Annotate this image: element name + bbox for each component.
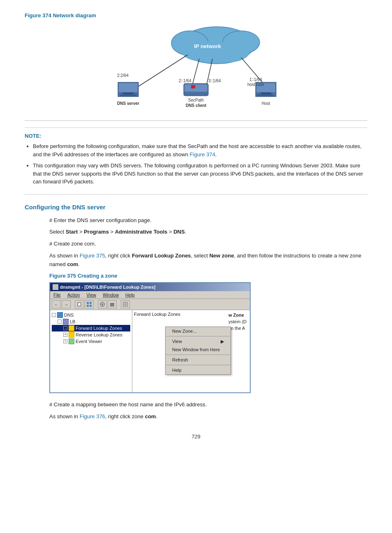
- content-post-375: # Create a mapping between the host name…: [49, 401, 367, 421]
- section-title: Configuring the DNS server: [25, 204, 367, 211]
- ctx-sep-3: [166, 365, 231, 365]
- dns-label: DNS: [64, 313, 74, 317]
- svg-rect-22: [261, 93, 271, 94]
- end-period-2: .: [156, 413, 157, 419]
- window-title: dnsmgmt - [DNS\LB\Forward Lookup Zones]: [60, 285, 155, 290]
- svg-rect-32: [87, 302, 89, 304]
- end-period: .: [78, 261, 80, 267]
- dns-toolbar: ← →: [50, 299, 250, 310]
- ctx-new-zone[interactable]: New Zone...: [166, 327, 231, 335]
- right-click-text: , right click: [105, 253, 132, 259]
- link-figure-376[interactable]: Figure 376: [80, 413, 105, 419]
- toolbar-btn2[interactable]: [85, 300, 94, 308]
- dns-body: - DNS - LB - Forward Lookup Zones + Reve…: [50, 310, 250, 392]
- svg-text:DNS client: DNS client: [186, 103, 207, 108]
- new-zone-bold: New zone: [209, 253, 234, 259]
- toolbar-btn4[interactable]: [108, 300, 117, 308]
- window-icon: [53, 284, 58, 290]
- tree-lb[interactable]: - LB: [52, 318, 130, 325]
- ctx-refresh[interactable]: Refresh: [166, 356, 231, 364]
- svg-text:3::1/64: 3::1/64: [208, 79, 221, 83]
- event-viewer-label: Event Viewer: [76, 339, 102, 344]
- expand-reverse[interactable]: +: [63, 333, 67, 337]
- figure-374-container: IP network DNS server SecPath DNS client: [25, 23, 367, 113]
- figure-374-title: Figure 374 Network diagram: [25, 12, 367, 19]
- svg-rect-12: [123, 93, 134, 94]
- svg-text:1::1/64: 1::1/64: [249, 77, 262, 82]
- menu-window[interactable]: Window: [102, 292, 120, 298]
- svg-text:2:2/64: 2:2/64: [117, 73, 129, 78]
- ctx-help[interactable]: Help: [166, 366, 231, 374]
- dns-bold: DNS: [173, 229, 184, 235]
- toolbar-btn5[interactable]: [121, 300, 130, 308]
- tree-event-viewer[interactable]: + Event Viewer: [52, 338, 130, 345]
- right-item-header: w Zone: [227, 312, 248, 318]
- tree-dns[interactable]: - DNS: [52, 312, 130, 318]
- lb-label: LB: [70, 319, 75, 324]
- menu-action[interactable]: Action: [67, 292, 81, 298]
- svg-text:SecPath: SecPath: [188, 98, 204, 102]
- event-viewer-icon: [69, 338, 74, 344]
- dns-tree-icon: [57, 312, 63, 318]
- svg-rect-38: [110, 303, 114, 304]
- expand-forward[interactable]: -: [63, 326, 67, 330]
- page-number: 729: [25, 433, 367, 440]
- toolbar-back[interactable]: ←: [52, 300, 61, 308]
- ctx-view[interactable]: View ▶: [166, 337, 231, 345]
- network-diagram: IP network DNS server SecPath DNS client: [89, 23, 303, 113]
- svg-rect-39: [110, 304, 114, 305]
- period: .: [185, 229, 187, 235]
- tree-forward-zones[interactable]: - Forward Lookup Zones: [52, 325, 130, 331]
- programs-bold: Programs: [84, 229, 109, 235]
- menu-help[interactable]: Help: [125, 292, 136, 298]
- right-item-1: ystem (D: [227, 318, 248, 325]
- toolbar-forward[interactable]: →: [62, 300, 71, 308]
- svg-rect-11: [119, 83, 138, 92]
- right-click-zone: , right click zone: [105, 413, 145, 419]
- select-text: , select: [191, 253, 210, 259]
- divider-1: [25, 121, 367, 121]
- forward-zones-bold: Forward Lookup Zones: [132, 253, 191, 259]
- toolbar-btn3[interactable]: [98, 300, 107, 308]
- tree-reverse-zones[interactable]: + Reverse Lookup Zones: [52, 331, 130, 338]
- dns-tree: - DNS - LB - Forward Lookup Zones + Reve…: [50, 310, 132, 392]
- svg-text:DNS server: DNS server: [117, 101, 139, 106]
- svg-rect-34: [87, 305, 89, 307]
- menu-file[interactable]: File: [53, 292, 62, 298]
- menu-view[interactable]: View: [85, 292, 97, 298]
- expand-event[interactable]: +: [63, 339, 67, 343]
- lb-icon: [63, 319, 69, 324]
- svg-rect-35: [90, 305, 92, 307]
- expand-lb[interactable]: -: [58, 320, 62, 324]
- note-list: Before performing the following configur…: [25, 142, 367, 186]
- note-box: NOTE: Before performing the following co…: [25, 127, 367, 195]
- toolbar-btn1[interactable]: [75, 300, 84, 308]
- link-figure-374[interactable]: Figure 374: [190, 151, 215, 158]
- svg-rect-31: [78, 303, 81, 306]
- content-para-1: # Enter the DNS server configuration pag…: [49, 216, 367, 269]
- link-figure-375[interactable]: Figure 375: [80, 253, 105, 259]
- gt1: >: [78, 229, 84, 235]
- expand-dns[interactable]: -: [52, 313, 56, 317]
- dns-titlebar: dnsmgmt - [DNS\LB\Forward Lookup Zones]: [50, 283, 250, 291]
- figure-375-title: Figure 375 Creating a zone: [49, 273, 367, 279]
- note-item-2: This configuration may vary with DNS ser…: [33, 162, 367, 186]
- svg-line-7: [192, 59, 199, 86]
- as-shown-prefix: As shown in: [49, 253, 80, 259]
- admin-bold: Administrative Tools: [115, 229, 168, 235]
- com-bold: com: [67, 261, 78, 267]
- context-menu[interactable]: New Zone... View ▶ New Window from Here …: [165, 327, 231, 375]
- svg-rect-13: [120, 94, 136, 96]
- gt3: >: [167, 229, 173, 235]
- svg-text:host.com: host.com: [247, 82, 264, 87]
- svg-rect-42: [124, 303, 127, 306]
- svg-text:2::1/64: 2::1/64: [179, 79, 191, 83]
- reverse-zones-label: Reverse Lookup Zones: [76, 332, 122, 337]
- forward-zones-label: Forward Lookup Zones: [76, 326, 122, 331]
- dns-manager-window[interactable]: dnsmgmt - [DNS\LB\Forward Lookup Zones] …: [49, 282, 251, 393]
- svg-rect-33: [90, 302, 92, 304]
- note-item-1: Before performing the following configur…: [33, 142, 367, 158]
- ctx-new-window[interactable]: New Window from Here: [166, 345, 231, 354]
- reverse-zones-icon: [69, 332, 74, 338]
- svg-rect-23: [257, 94, 273, 96]
